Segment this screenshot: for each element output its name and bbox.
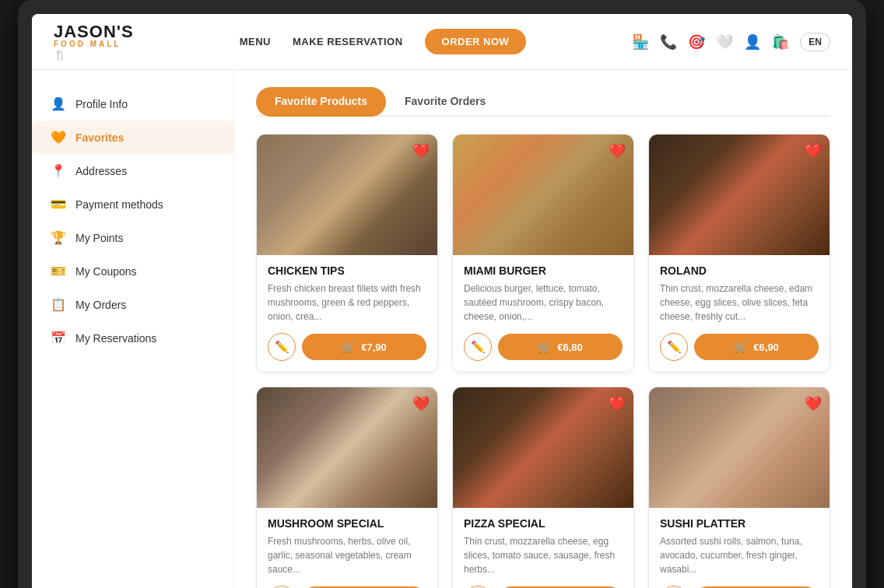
sidebar-label-my-points: My Points bbox=[75, 232, 123, 244]
sidebar-item-my-points[interactable]: 🏆 My Points bbox=[32, 221, 233, 254]
favorite-heart-miami-burger[interactable]: ❤️ bbox=[609, 142, 626, 159]
edit-button-chicken-tips[interactable]: ✏️ bbox=[268, 333, 296, 361]
sidebar-label-favorites: Favorites bbox=[75, 131, 124, 144]
product-desc-mushroom: Fresh mushrooms, herbs, olive oil, garli… bbox=[268, 534, 426, 576]
product-image-pizza2: ❤️ bbox=[453, 387, 633, 508]
product-desc-sushi: Assorted sushi rolls, salmon, tuna, avoc… bbox=[660, 534, 819, 576]
product-desc-roland: Thin crust, mozzarella cheese, edam chee… bbox=[660, 282, 819, 324]
product-grid: ❤️ CHICKEN TIPS Fresh chicken breast fil… bbox=[256, 134, 830, 588]
sidebar-item-my-reservations[interactable]: 📅 My Reservations bbox=[32, 321, 233, 355]
product-image-mushroom: ❤️ bbox=[257, 387, 437, 508]
bag-icon[interactable]: 🛍️ bbox=[772, 33, 789, 51]
sidebar-label-my-orders: My Orders bbox=[75, 299, 126, 311]
sidebar-label-my-coupons: My Coupons bbox=[75, 265, 137, 278]
tab-favorite-orders[interactable]: Favorite Orders bbox=[386, 87, 504, 115]
header: JASON'S FOOD MALL 🍴 MENU MAKE RESERVATIO… bbox=[32, 14, 852, 70]
add-cart-button-chicken-tips[interactable]: 🛒 €7,90 bbox=[302, 334, 426, 360]
orders-icon: 📋 bbox=[51, 297, 66, 312]
product-body-mushroom: MUSHROOM SPECIAL Fresh mushrooms, herbs,… bbox=[257, 508, 437, 588]
add-cart-button-miami-burger[interactable]: 🛒 €6,80 bbox=[498, 334, 623, 360]
sidebar-item-favorites[interactable]: 🧡 Favorites bbox=[32, 121, 233, 154]
tabs-container: Favorite Products Favorite Orders bbox=[256, 87, 830, 117]
order-now-button[interactable]: ORDER NOW bbox=[425, 29, 527, 54]
favorite-heart-roland[interactable]: ❤️ bbox=[805, 142, 822, 159]
favorite-heart-pizza2[interactable]: ❤️ bbox=[609, 395, 626, 412]
sidebar-item-my-orders[interactable]: 📋 My Orders bbox=[32, 288, 233, 321]
product-card-miami-burger: ❤️ MIAMI BURGER Delicious burger, lettuc… bbox=[452, 134, 634, 373]
price-miami-burger: €6,80 bbox=[557, 341, 583, 353]
edit-button-miami-burger[interactable]: ✏️ bbox=[464, 333, 492, 361]
product-image-miami-burger: ❤️ bbox=[453, 135, 633, 255]
product-name-miami-burger: MIAMI BURGER bbox=[464, 264, 623, 277]
product-name-mushroom: MUSHROOM SPECIAL bbox=[268, 517, 426, 530]
monitor-screen: JASON'S FOOD MALL 🍴 MENU MAKE RESERVATIO… bbox=[32, 14, 852, 588]
product-name-chicken-tips: CHICKEN TIPS bbox=[268, 264, 426, 277]
language-button[interactable]: EN bbox=[800, 33, 830, 51]
product-card-mushroom: ❤️ MUSHROOM SPECIAL Fresh mushrooms, her… bbox=[256, 387, 438, 588]
product-body-pizza2: PIZZA SPECIAL Thin crust, mozzarella che… bbox=[453, 508, 633, 588]
reservations-icon: 📅 bbox=[51, 331, 66, 345]
product-body-roland: ROLAND Thin crust, mozzarella cheese, ed… bbox=[649, 255, 830, 372]
product-desc-miami-burger: Delicious burger, lettuce, tomato, sauté… bbox=[464, 282, 623, 324]
points-icon: 🏆 bbox=[51, 230, 66, 245]
logo-sub: FOOD MALL bbox=[54, 40, 134, 48]
favorite-heart-sushi[interactable]: ❤️ bbox=[805, 395, 822, 412]
monitor-outer: JASON'S FOOD MALL 🍴 MENU MAKE RESERVATIO… bbox=[18, 0, 866, 588]
favorite-heart-mushroom[interactable]: ❤️ bbox=[412, 395, 430, 412]
product-body-chicken-tips: CHICKEN TIPS Fresh chicken breast fillet… bbox=[257, 255, 437, 372]
product-image-chicken-tips: ❤️ bbox=[257, 135, 437, 255]
content-area: Favorite Products Favorite Orders ❤️ bbox=[234, 70, 852, 588]
product-body-sushi: SUSHI PLATTER Assorted sushi rolls, salm… bbox=[649, 508, 830, 588]
sidebar: 👤 Profile Info 🧡 Favorites 📍 Addresses 💳… bbox=[32, 70, 234, 588]
sidebar-item-profile-info[interactable]: 👤 Profile Info bbox=[32, 87, 233, 121]
cart-icon-chicken-tips: 🛒 bbox=[342, 341, 355, 353]
product-desc-chicken-tips: Fresh chicken breast fillets with fresh … bbox=[268, 282, 426, 324]
product-desc-pizza2: Thin crust, mozzarella cheese, egg slice… bbox=[464, 534, 623, 576]
product-actions-chicken-tips: ✏️ 🛒 €7,90 bbox=[268, 333, 426, 361]
favorite-heart-chicken-tips[interactable]: ❤️ bbox=[412, 142, 430, 159]
sidebar-label-payment-methods: Payment methods bbox=[75, 198, 163, 211]
price-chicken-tips: €7,90 bbox=[361, 341, 387, 353]
target-icon[interactable]: 🎯 bbox=[688, 33, 705, 51]
heart-nav-icon[interactable]: 🤍 bbox=[716, 33, 733, 51]
menu-link[interactable]: MENU bbox=[240, 36, 271, 47]
product-image-sushi: ❤️ bbox=[649, 387, 830, 508]
sidebar-item-payment-methods[interactable]: 💳 Payment methods bbox=[32, 187, 233, 221]
payment-icon: 💳 bbox=[51, 197, 66, 212]
cart-icon-roland: 🛒 bbox=[734, 341, 747, 353]
sidebar-item-my-coupons[interactable]: 🎫 My Coupons bbox=[32, 254, 233, 288]
reservation-link[interactable]: MAKE RESERVATION bbox=[293, 36, 403, 47]
product-actions-roland: ✏️ 🛒 €6,90 bbox=[660, 333, 819, 361]
edit-button-roland[interactable]: ✏️ bbox=[660, 333, 688, 361]
cart-icon-miami-burger: 🛒 bbox=[538, 341, 551, 353]
price-roland: €6,90 bbox=[753, 341, 779, 353]
logo-tagline: 🍴 bbox=[54, 50, 134, 60]
product-body-miami-burger: MIAMI BURGER Delicious burger, lettuce, … bbox=[453, 255, 633, 372]
header-nav: MENU MAKE RESERVATION ORDER NOW bbox=[240, 29, 527, 54]
tab-label-favorite-orders: Favorite Orders bbox=[405, 95, 486, 107]
sidebar-item-addresses[interactable]: 📍 Addresses bbox=[32, 154, 233, 187]
phone-icon[interactable]: 📞 bbox=[660, 33, 677, 51]
user-icon[interactable]: 👤 bbox=[744, 33, 761, 51]
logo-brand: JASON'S bbox=[54, 23, 134, 40]
tab-favorite-products[interactable]: Favorite Products bbox=[256, 87, 386, 117]
product-name-roland: ROLAND bbox=[660, 264, 819, 277]
addresses-icon: 📍 bbox=[51, 163, 66, 178]
product-card-sushi: ❤️ SUSHI PLATTER Assorted sushi rolls, s… bbox=[648, 387, 830, 588]
tab-label-favorite-products: Favorite Products bbox=[275, 95, 367, 107]
product-actions-miami-burger: ✏️ 🛒 €6,80 bbox=[464, 333, 623, 361]
product-name-sushi: SUSHI PLATTER bbox=[660, 517, 819, 530]
store-icon[interactable]: 🏪 bbox=[632, 33, 649, 51]
add-cart-button-roland[interactable]: 🛒 €6,90 bbox=[694, 334, 819, 360]
favorites-icon: 🧡 bbox=[51, 130, 66, 145]
main-layout: 👤 Profile Info 🧡 Favorites 📍 Addresses 💳… bbox=[32, 70, 852, 588]
sidebar-label-my-reservations: My Reservations bbox=[75, 332, 156, 345]
product-card-roland: ❤️ ROLAND Thin crust, mozzarella cheese,… bbox=[648, 134, 830, 373]
product-image-roland: ❤️ bbox=[649, 135, 830, 255]
header-icons: 🏪 📞 🎯 🤍 👤 🛍️ EN bbox=[632, 33, 830, 51]
product-card-pizza2: ❤️ PIZZA SPECIAL Thin crust, mozzarella … bbox=[452, 387, 634, 588]
product-name-pizza2: PIZZA SPECIAL bbox=[464, 517, 623, 530]
product-card-chicken-tips: ❤️ CHICKEN TIPS Fresh chicken breast fil… bbox=[256, 134, 438, 373]
logo: JASON'S FOOD MALL 🍴 bbox=[54, 23, 134, 60]
sidebar-label-addresses: Addresses bbox=[75, 165, 127, 177]
